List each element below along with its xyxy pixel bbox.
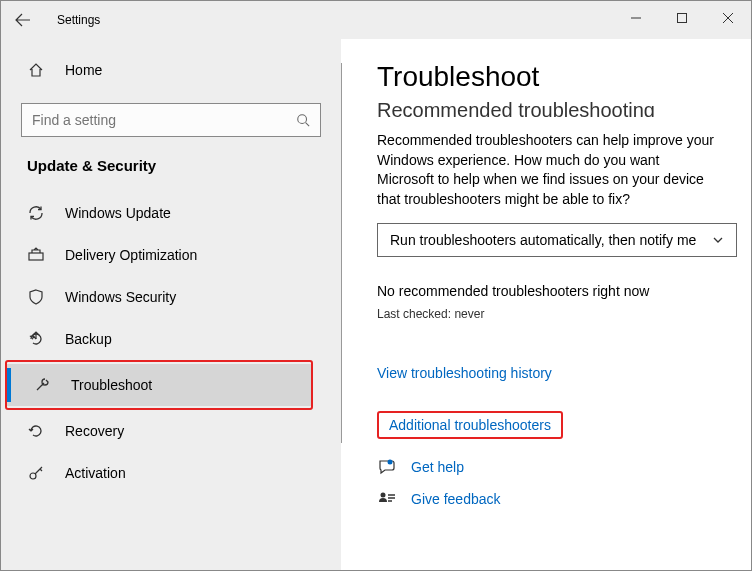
highlight-troubleshoot: Troubleshoot [5, 360, 313, 410]
give-feedback-row: Give feedback [377, 489, 715, 509]
minimize-button[interactable] [613, 1, 659, 35]
sidebar-item-label: Recovery [65, 423, 124, 439]
get-help-link[interactable]: Get help [411, 459, 464, 475]
section-heading: Recommended troubleshooting [377, 93, 715, 117]
maximize-button[interactable] [659, 1, 705, 35]
sidebar-item-backup[interactable]: Backup [1, 318, 341, 360]
main-panel: Troubleshoot Recommended troubleshooting… [341, 39, 751, 571]
sidebar-section-label: Update & Security [1, 151, 341, 192]
sidebar-item-label: Backup [65, 331, 112, 347]
chat-icon [377, 457, 397, 477]
sidebar-item-windows-update[interactable]: Windows Update [1, 192, 341, 234]
sidebar: Home Update & Security Windows Update De… [1, 39, 341, 571]
sidebar-item-label: Activation [65, 465, 126, 481]
sidebar-item-recovery[interactable]: Recovery [1, 410, 341, 452]
maximize-icon [677, 13, 687, 23]
wrench-icon [33, 376, 51, 394]
app-title: Settings [45, 13, 100, 27]
chevron-down-icon [712, 234, 724, 246]
get-help-row: Get help [377, 457, 715, 477]
dropdown-value: Run troubleshooters automatically, then … [390, 232, 696, 248]
additional-troubleshooters-link[interactable]: Additional troubleshooters [389, 417, 551, 433]
sidebar-item-activation[interactable]: Activation [1, 452, 341, 494]
svg-point-4 [388, 460, 393, 465]
sidebar-item-troubleshoot[interactable]: Troubleshoot [7, 364, 311, 406]
back-button[interactable] [1, 1, 45, 39]
sidebar-item-label: Troubleshoot [71, 377, 152, 393]
svg-point-1 [298, 115, 307, 124]
window-controls [613, 1, 751, 35]
backup-icon [27, 330, 45, 348]
divider [341, 63, 342, 443]
sync-icon [27, 204, 45, 222]
svg-rect-2 [29, 253, 43, 260]
troubleshoot-mode-dropdown[interactable]: Run troubleshooters automatically, then … [377, 223, 737, 257]
search-input[interactable] [32, 112, 282, 128]
search-input-container[interactable] [21, 103, 321, 137]
sidebar-home[interactable]: Home [1, 49, 341, 91]
sidebar-home-label: Home [65, 62, 102, 78]
sidebar-item-windows-security[interactable]: Windows Security [1, 276, 341, 318]
sidebar-item-label: Windows Update [65, 205, 171, 221]
give-feedback-link[interactable]: Give feedback [411, 491, 501, 507]
highlight-additional: Additional troubleshooters [377, 411, 563, 439]
close-button[interactable] [705, 1, 751, 35]
shield-icon [27, 288, 45, 306]
sidebar-item-delivery-optimization[interactable]: Delivery Optimization [1, 234, 341, 276]
feedback-icon [377, 489, 397, 509]
section-description: Recommended troubleshooters can help imp… [377, 131, 715, 209]
sidebar-item-label: Windows Security [65, 289, 176, 305]
view-history-link[interactable]: View troubleshooting history [377, 365, 552, 381]
search-icon [296, 113, 310, 127]
no-recommended-text: No recommended troubleshooters right now [377, 283, 715, 299]
page-title: Troubleshoot [377, 61, 715, 93]
sidebar-item-label: Delivery Optimization [65, 247, 197, 263]
delivery-icon [27, 246, 45, 264]
recovery-icon [27, 422, 45, 440]
titlebar: Settings [1, 1, 751, 39]
arrow-left-icon [15, 12, 31, 28]
home-icon [27, 61, 45, 79]
svg-rect-0 [678, 14, 687, 23]
svg-point-5 [381, 493, 386, 498]
minimize-icon [631, 13, 641, 23]
last-checked-text: Last checked: never [377, 307, 715, 321]
close-icon [723, 13, 733, 23]
key-icon [27, 464, 45, 482]
